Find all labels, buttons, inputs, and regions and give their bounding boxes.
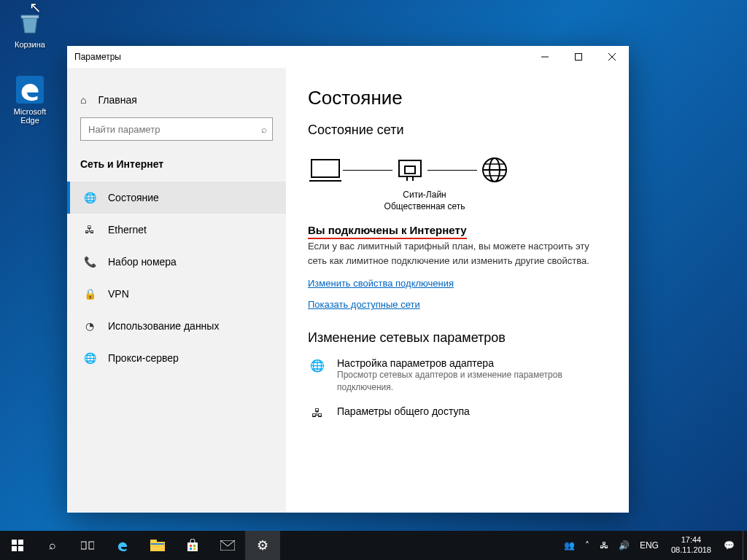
svg-rect-20 [81,542,86,549]
sidebar-item-dialup[interactable]: 📞 Набор номера [67,246,286,278]
taskbar-app-mail[interactable] [210,531,245,560]
maximize-button[interactable] [562,46,595,68]
tray-people[interactable]: 👥 [559,531,580,560]
svg-rect-5 [311,160,339,177]
taskbar-app-settings[interactable]: ⚙ [245,531,280,560]
network-name: Сити-Лайн [366,189,483,201]
taskbar: ⌕ ⚙ 👥 ˄ 🖧 🔊 ENG 17:44 08.11.2018 💬 [0,531,747,560]
tray-action-center-icon[interactable]: 💬 [719,531,740,560]
sidebar-item-status[interactable]: 🌐 Состояние [67,182,286,214]
dialup-icon: 📞 [83,256,96,268]
show-desktop-button[interactable] [743,531,747,560]
sidebar-item-label: VPN [108,288,129,300]
sidebar-item-label: Прокси-сервер [108,352,179,364]
sidebar-item-datausage[interactable]: ◔ Использование данных [67,310,286,342]
svg-rect-24 [151,543,164,545]
link-show-available-networks[interactable]: Показать доступные сети [308,299,607,310]
tray-time: 17:44 [671,535,711,545]
sidebar-item-ethernet[interactable]: 🖧 Ethernet [67,214,286,246]
close-button[interactable] [595,46,629,68]
sidebar-item-proxy[interactable]: 🌐 Прокси-сервер [67,342,286,374]
search-input[interactable] [80,117,273,141]
minimize-button[interactable] [528,46,562,68]
desktop-icon-edge[interactable]: Microsoft Edge [4,74,55,125]
svg-rect-2 [576,54,582,61]
svg-rect-28 [190,548,192,550]
taskbar-app-edge[interactable] [105,531,140,560]
system-tray: 👥 ˄ 🖧 🔊 ENG 17:44 08.11.2018 💬 [559,531,747,560]
adapter-icon: 🌐 [308,357,327,373]
sidebar-item-label: Ethernet [108,224,147,236]
link-change-connection-props[interactable]: Изменить свойства подключения [308,278,607,289]
svg-rect-19 [18,546,23,551]
svg-rect-23 [150,540,157,543]
svg-rect-30 [220,540,235,551]
section-network-status: Состояние сети [308,122,607,138]
svg-rect-27 [193,545,196,547]
globe-icon: 🌐 [83,192,96,203]
sharing-options-row[interactable]: 🖧 Параметры общего доступа [308,405,607,420]
network-type: Общественная сеть [366,201,483,212]
sidebar-item-label: Набор номера [108,256,177,268]
svg-rect-8 [405,166,415,174]
titlebar[interactable]: Параметры [67,46,629,68]
tray-volume-icon[interactable]: 🔊 [614,531,635,560]
tray-language[interactable]: ENG [635,531,664,560]
sharing-options-title: Параметры общего доступа [337,405,470,417]
svg-rect-25 [187,542,198,551]
svg-rect-29 [193,548,196,550]
data-usage-icon: ◔ [83,320,96,332]
edge-icon [15,74,45,105]
sidebar-item-label: Состояние [108,192,159,203]
home-link[interactable]: ⌂ Главная [67,88,286,112]
globe-node-icon [477,155,512,184]
sidebar: ⌂ Главная ⌕ Сеть и Интернет 🌐 Состояние … [67,68,286,513]
taskbar-app-store[interactable] [175,531,210,560]
main-panel: Состояние Состояние сети Сити-Лайн [286,68,629,513]
home-icon: ⌂ [80,94,86,106]
svg-rect-16 [12,540,17,545]
home-label: Главная [98,94,136,106]
pc-icon [308,155,343,184]
svg-rect-22 [150,542,165,551]
svg-rect-17 [18,540,23,545]
ethernet-icon: 🖧 [83,224,96,236]
sidebar-group-title: Сеть и Интернет [67,148,286,182]
window-title: Параметры [74,52,121,62]
recycle-bin-icon [15,7,45,38]
task-view-button[interactable] [70,531,105,560]
taskbar-search-button[interactable]: ⌕ [35,531,70,560]
ethernet-port-icon [392,155,427,184]
page-title: Состояние [308,87,607,109]
tray-chevron-up-icon[interactable]: ˄ [580,531,595,560]
adapter-options-desc: Просмотр сетевых адаптеров и изменение п… [337,369,600,394]
tray-date: 08.11.2018 [671,545,711,556]
taskbar-app-explorer[interactable] [140,531,175,560]
sharing-icon: 🖧 [308,405,327,420]
start-button[interactable] [0,531,35,560]
network-diagram [308,151,607,187]
desktop-icon-label: Корзина [4,40,55,49]
connected-heading: Вы подключены к Интернету [308,224,607,236]
sidebar-item-label: Использование данных [108,320,219,332]
vpn-icon: 🔒 [83,288,96,300]
section-change-settings: Изменение сетевых параметров [308,330,607,346]
desktop-icon-recycle-bin[interactable]: Корзина [4,7,55,49]
svg-rect-18 [12,546,17,551]
proxy-icon: 🌐 [83,352,96,364]
adapter-options-row[interactable]: 🌐 Настройка параметров адаптера Просмотр… [308,357,607,394]
tray-network-icon[interactable]: 🖧 [595,531,614,560]
settings-window: Параметры ⌂ Главная ⌕ Сеть и Интернет 🌐 … [67,46,629,513]
tray-clock[interactable]: 17:44 08.11.2018 [664,531,719,560]
adapter-options-title: Настройка параметров адаптера [337,357,600,369]
svg-rect-26 [190,545,192,547]
desktop-icon-label: Microsoft Edge [4,107,55,125]
sidebar-item-vpn[interactable]: 🔒 VPN [67,278,286,310]
svg-rect-21 [89,542,94,549]
connected-description: Если у вас лимитный тарифный план, вы мо… [308,239,600,268]
